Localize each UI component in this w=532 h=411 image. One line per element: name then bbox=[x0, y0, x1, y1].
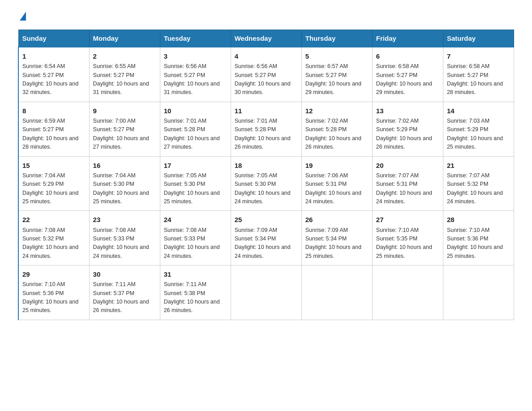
day-info: Sunrise: 7:10 AMSunset: 5:36 PMDaylight:… bbox=[22, 281, 78, 313]
weekday-header-tuesday: Tuesday bbox=[160, 30, 231, 47]
day-cell: 14Sunrise: 7:03 AMSunset: 5:29 PMDayligh… bbox=[443, 102, 514, 156]
day-number: 7 bbox=[447, 51, 510, 61]
day-info: Sunrise: 7:07 AMSunset: 5:31 PMDaylight:… bbox=[376, 172, 432, 205]
day-number: 27 bbox=[376, 214, 439, 225]
week-row-5: 29Sunrise: 7:10 AMSunset: 5:36 PMDayligh… bbox=[18, 265, 514, 320]
day-info: Sunrise: 7:09 AMSunset: 5:34 PMDaylight:… bbox=[305, 227, 361, 259]
day-number: 23 bbox=[93, 214, 156, 225]
day-cell: 13Sunrise: 7:02 AMSunset: 5:29 PMDayligh… bbox=[372, 102, 443, 156]
weekday-header-friday: Friday bbox=[372, 30, 443, 47]
calendar-table: SundayMondayTuesdayWednesdayThursdayFrid… bbox=[18, 30, 514, 320]
day-number: 29 bbox=[22, 269, 86, 279]
week-row-2: 8Sunrise: 6:59 AMSunset: 5:27 PMDaylight… bbox=[18, 102, 514, 156]
day-number: 17 bbox=[164, 160, 227, 171]
day-info: Sunrise: 7:00 AMSunset: 5:27 PMDaylight:… bbox=[93, 118, 149, 150]
day-info: Sunrise: 7:04 AMSunset: 5:30 PMDaylight:… bbox=[93, 172, 149, 205]
day-number: 20 bbox=[376, 160, 439, 171]
day-cell: 6Sunrise: 6:58 AMSunset: 5:27 PMDaylight… bbox=[372, 47, 443, 102]
day-cell: 4Sunrise: 6:56 AMSunset: 5:27 PMDaylight… bbox=[231, 47, 301, 102]
day-info: Sunrise: 7:03 AMSunset: 5:29 PMDaylight:… bbox=[447, 118, 503, 150]
day-info: Sunrise: 6:56 AMSunset: 5:27 PMDaylight:… bbox=[235, 63, 291, 95]
day-cell bbox=[301, 265, 372, 320]
day-info: Sunrise: 7:05 AMSunset: 5:30 PMDaylight:… bbox=[235, 172, 291, 205]
day-cell: 19Sunrise: 7:06 AMSunset: 5:31 PMDayligh… bbox=[301, 156, 372, 211]
day-cell: 3Sunrise: 6:56 AMSunset: 5:27 PMDaylight… bbox=[160, 47, 231, 102]
day-cell bbox=[372, 265, 443, 320]
logo bbox=[18, 13, 26, 21]
day-info: Sunrise: 6:55 AMSunset: 5:27 PMDaylight:… bbox=[93, 63, 149, 95]
day-number: 15 bbox=[22, 160, 86, 171]
week-row-3: 15Sunrise: 7:04 AMSunset: 5:29 PMDayligh… bbox=[18, 156, 514, 211]
day-info: Sunrise: 6:58 AMSunset: 5:27 PMDaylight:… bbox=[447, 63, 503, 95]
day-number: 11 bbox=[235, 106, 298, 116]
day-cell: 23Sunrise: 7:08 AMSunset: 5:33 PMDayligh… bbox=[89, 211, 160, 265]
day-info: Sunrise: 6:56 AMSunset: 5:27 PMDaylight:… bbox=[164, 63, 220, 95]
week-row-4: 22Sunrise: 7:08 AMSunset: 5:32 PMDayligh… bbox=[18, 211, 514, 265]
day-cell: 10Sunrise: 7:01 AMSunset: 5:28 PMDayligh… bbox=[160, 102, 231, 156]
day-number: 6 bbox=[376, 51, 439, 61]
day-cell: 8Sunrise: 6:59 AMSunset: 5:27 PMDaylight… bbox=[18, 102, 89, 156]
day-number: 26 bbox=[305, 214, 369, 225]
day-number: 28 bbox=[447, 214, 510, 225]
day-number: 2 bbox=[93, 51, 156, 61]
weekday-header-row: SundayMondayTuesdayWednesdayThursdayFrid… bbox=[18, 30, 514, 47]
day-cell: 9Sunrise: 7:00 AMSunset: 5:27 PMDaylight… bbox=[89, 102, 160, 156]
day-number: 10 bbox=[164, 106, 227, 116]
weekday-header-sunday: Sunday bbox=[18, 30, 89, 47]
day-number: 24 bbox=[164, 214, 227, 225]
day-info: Sunrise: 6:57 AMSunset: 5:27 PMDaylight:… bbox=[305, 63, 361, 95]
day-info: Sunrise: 7:08 AMSunset: 5:33 PMDaylight:… bbox=[93, 227, 149, 259]
day-number: 12 bbox=[305, 106, 369, 116]
day-cell: 2Sunrise: 6:55 AMSunset: 5:27 PMDaylight… bbox=[89, 47, 160, 102]
day-info: Sunrise: 7:01 AMSunset: 5:28 PMDaylight:… bbox=[235, 118, 291, 150]
day-number: 4 bbox=[235, 51, 298, 61]
day-cell: 24Sunrise: 7:08 AMSunset: 5:33 PMDayligh… bbox=[160, 211, 231, 265]
calendar-body: 1Sunrise: 6:54 AMSunset: 5:27 PMDaylight… bbox=[18, 47, 514, 320]
day-cell: 12Sunrise: 7:02 AMSunset: 5:28 PMDayligh… bbox=[301, 102, 372, 156]
day-cell: 7Sunrise: 6:58 AMSunset: 5:27 PMDaylight… bbox=[443, 47, 514, 102]
day-info: Sunrise: 7:10 AMSunset: 5:36 PMDaylight:… bbox=[447, 227, 503, 259]
day-number: 21 bbox=[447, 160, 510, 171]
day-cell: 5Sunrise: 6:57 AMSunset: 5:27 PMDaylight… bbox=[301, 47, 372, 102]
day-info: Sunrise: 6:58 AMSunset: 5:27 PMDaylight:… bbox=[376, 63, 432, 95]
day-cell: 1Sunrise: 6:54 AMSunset: 5:27 PMDaylight… bbox=[18, 47, 89, 102]
day-info: Sunrise: 7:04 AMSunset: 5:29 PMDaylight:… bbox=[22, 172, 78, 205]
day-cell: 26Sunrise: 7:09 AMSunset: 5:34 PMDayligh… bbox=[301, 211, 372, 265]
day-number: 14 bbox=[447, 106, 510, 116]
weekday-header-thursday: Thursday bbox=[301, 30, 372, 47]
day-cell: 20Sunrise: 7:07 AMSunset: 5:31 PMDayligh… bbox=[372, 156, 443, 211]
weekday-header-wednesday: Wednesday bbox=[231, 30, 301, 47]
day-number: 8 bbox=[22, 106, 86, 116]
day-info: Sunrise: 7:02 AMSunset: 5:28 PMDaylight:… bbox=[305, 118, 361, 150]
day-info: Sunrise: 7:07 AMSunset: 5:32 PMDaylight:… bbox=[447, 172, 503, 205]
day-info: Sunrise: 7:08 AMSunset: 5:32 PMDaylight:… bbox=[22, 227, 78, 259]
day-number: 13 bbox=[376, 106, 439, 116]
page-header bbox=[18, 13, 514, 21]
day-info: Sunrise: 7:10 AMSunset: 5:35 PMDaylight:… bbox=[376, 227, 432, 259]
day-cell: 11Sunrise: 7:01 AMSunset: 5:28 PMDayligh… bbox=[231, 102, 301, 156]
day-cell: 25Sunrise: 7:09 AMSunset: 5:34 PMDayligh… bbox=[231, 211, 301, 265]
day-cell: 17Sunrise: 7:05 AMSunset: 5:30 PMDayligh… bbox=[160, 156, 231, 211]
day-cell bbox=[443, 265, 514, 320]
day-info: Sunrise: 7:11 AMSunset: 5:37 PMDaylight:… bbox=[93, 281, 149, 313]
day-info: Sunrise: 7:11 AMSunset: 5:38 PMDaylight:… bbox=[164, 281, 220, 313]
day-cell: 31Sunrise: 7:11 AMSunset: 5:38 PMDayligh… bbox=[160, 265, 231, 320]
day-info: Sunrise: 7:08 AMSunset: 5:33 PMDaylight:… bbox=[164, 227, 220, 259]
day-number: 16 bbox=[93, 160, 156, 171]
day-number: 1 bbox=[22, 51, 86, 61]
weekday-header-saturday: Saturday bbox=[443, 30, 514, 47]
day-info: Sunrise: 7:09 AMSunset: 5:34 PMDaylight:… bbox=[235, 227, 291, 259]
day-info: Sunrise: 7:05 AMSunset: 5:30 PMDaylight:… bbox=[164, 172, 220, 205]
day-number: 3 bbox=[164, 51, 227, 61]
day-cell: 28Sunrise: 7:10 AMSunset: 5:36 PMDayligh… bbox=[443, 211, 514, 265]
day-number: 25 bbox=[235, 214, 298, 225]
day-number: 5 bbox=[305, 51, 369, 61]
day-cell: 30Sunrise: 7:11 AMSunset: 5:37 PMDayligh… bbox=[89, 265, 160, 320]
day-cell: 15Sunrise: 7:04 AMSunset: 5:29 PMDayligh… bbox=[18, 156, 89, 211]
week-row-1: 1Sunrise: 6:54 AMSunset: 5:27 PMDaylight… bbox=[18, 47, 514, 102]
day-cell: 29Sunrise: 7:10 AMSunset: 5:36 PMDayligh… bbox=[18, 265, 89, 320]
day-number: 31 bbox=[164, 269, 227, 279]
day-info: Sunrise: 6:59 AMSunset: 5:27 PMDaylight:… bbox=[22, 118, 78, 150]
day-number: 9 bbox=[93, 106, 156, 116]
logo-triangle-icon bbox=[20, 12, 26, 21]
